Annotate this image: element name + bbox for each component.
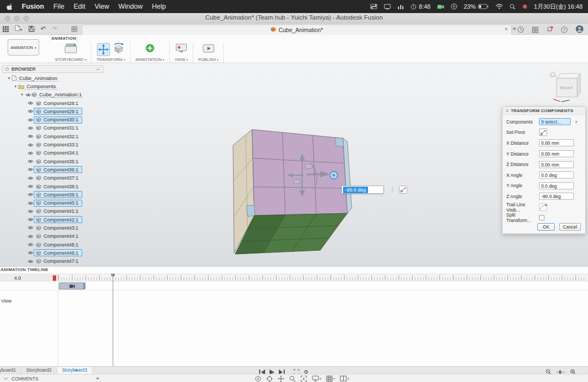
component-node[interactable]: Component47:1 (34, 258, 82, 265)
visibility-eye-icon[interactable] (27, 109, 34, 114)
menu-app-fusion[interactable]: Fusion (22, 3, 44, 10)
visibility-eye-icon[interactable] (27, 184, 34, 189)
new-tab-icon[interactable]: + (512, 24, 517, 33)
component-node[interactable]: Component45:1 (34, 241, 82, 248)
caret-icon[interactable]: ▾ (7, 76, 11, 81)
component-row[interactable]: Component36:1 (2, 165, 111, 174)
component-node[interactable]: Component39:1 (34, 191, 82, 198)
component-row[interactable]: Component29:1 (2, 107, 111, 115)
ribbon-group-label-storyboard[interactable]: STORYBOARD▾ (55, 57, 86, 62)
visibility-eye-icon[interactable] (27, 143, 34, 147)
storyboard-icon[interactable] (64, 43, 77, 56)
trail-line-visibility-icon[interactable] (539, 204, 547, 211)
visibility-eye-icon[interactable] (27, 225, 34, 230)
component-row[interactable]: Component32:1 (2, 132, 111, 140)
component-node[interactable]: Component30:1 (34, 116, 82, 124)
ribbon-group-label-transform[interactable]: TRANSFORM▾ (96, 57, 125, 62)
wifi-icon[interactable] (495, 4, 503, 9)
more-options-icon[interactable]: ⋮ (390, 187, 395, 193)
close-tab-icon[interactable]: × (505, 26, 508, 32)
component-row[interactable]: Component37:1 (2, 174, 111, 182)
control-center-icon[interactable] (370, 4, 377, 9)
visibility-eye-icon[interactable] (27, 192, 34, 197)
angle-input[interactable]: -90.0 deg (341, 186, 384, 194)
dialog-input[interactable]: 0.00 mm (539, 139, 574, 146)
component-row[interactable]: Component40:1 (2, 199, 111, 207)
folder-node-label[interactable]: Components (25, 83, 58, 90)
apple-menu-icon[interactable] (7, 3, 13, 10)
pan-icon[interactable] (278, 375, 284, 382)
notifications-icon[interactable] (546, 26, 553, 35)
file-menu-icon[interactable]: ▾ (15, 23, 22, 35)
camera-action-clip[interactable] (59, 282, 85, 289)
timeline-ruler[interactable]: 4.0 (0, 274, 588, 281)
cancel-button[interactable]: Cancel (559, 223, 581, 231)
playhead[interactable] (113, 274, 113, 367)
component-row[interactable]: Component35:1 (2, 157, 111, 165)
component-row[interactable]: Component46:1 (2, 249, 111, 257)
component-node[interactable]: Component28:1 (34, 100, 82, 107)
dialog-input[interactable]: -90.0 deg (539, 193, 574, 200)
viewcube[interactable]: RIGHT (549, 67, 584, 103)
visibility-eye-icon[interactable] (27, 259, 34, 264)
set-pivot-float-button[interactable] (399, 186, 407, 194)
component-row[interactable]: Component30:1 (2, 115, 111, 124)
job-status-icon[interactable] (517, 26, 524, 35)
add-storyboard-icon[interactable]: + (75, 367, 78, 374)
profile-avatar[interactable] (575, 25, 584, 35)
caret-icon[interactable]: ▾ (13, 84, 18, 89)
root-node-label[interactable]: Cube_Animation (17, 75, 59, 82)
record-status-icon[interactable] (522, 4, 528, 9)
transform-tool-icon[interactable] (113, 42, 125, 57)
timeline-tracks[interactable]: View (0, 281, 588, 366)
visibility-eye-icon[interactable] (27, 159, 34, 164)
component-row[interactable]: Component42:1 (2, 215, 111, 224)
dialog-input[interactable]: 0.00 mm (539, 161, 574, 168)
extensions-icon[interactable] (532, 26, 538, 35)
dialog-input[interactable]: 0.0 deg (539, 171, 574, 178)
save-icon[interactable] (28, 24, 35, 34)
workspace-tab-animation[interactable]: ANIMATION (50, 35, 77, 42)
timer-widget[interactable]: 8:48 (411, 3, 430, 10)
components-selection-chip[interactable]: 9 select... (539, 118, 571, 125)
component-node[interactable]: Component38:1 (34, 183, 82, 190)
annotation-icon[interactable] (145, 43, 155, 56)
viewports-icon[interactable]: ▾ (340, 375, 349, 381)
redo-icon[interactable]: ↷ (52, 23, 58, 35)
visibility-eye-icon[interactable] (27, 176, 34, 181)
component-node[interactable]: Component29:1 (34, 108, 82, 115)
menubar-clock[interactable]: 1月30日(金) 16:48 (534, 3, 583, 11)
visibility-eye-icon[interactable] (27, 209, 34, 214)
move-tool-icon[interactable] (97, 43, 110, 56)
ok-button[interactable]: OK (537, 223, 555, 231)
component-row[interactable]: Component47:1 (2, 257, 111, 266)
component-row[interactable]: Component41:1 (2, 207, 111, 215)
search-status-icon[interactable] (510, 4, 516, 10)
add-comment-icon[interactable]: + (96, 374, 99, 382)
undo-icon[interactable]: ↶ (41, 23, 46, 35)
comments-label[interactable]: COMMENTS (11, 376, 39, 381)
stats-status-icon[interactable] (397, 4, 404, 9)
visibility-eye-icon[interactable] (27, 134, 34, 139)
caret-icon[interactable]: ▾ (20, 93, 24, 97)
visibility-eye-icon[interactable] (27, 201, 34, 206)
fit-icon[interactable] (301, 375, 307, 382)
component-row[interactable]: Component34:1 (2, 149, 111, 157)
visibility-eye-icon[interactable] (27, 118, 34, 122)
battery-widget[interactable]: 23% (464, 3, 489, 10)
component-node[interactable]: Component43:1 (34, 224, 82, 231)
dialog-input[interactable]: 0.00 mm (539, 150, 574, 157)
zoom-tool-icon[interactable] (289, 375, 296, 382)
menu-edit[interactable]: Edit (74, 3, 85, 10)
tree-row-components-folder[interactable]: ▾ Components (2, 82, 111, 90)
comments-chevron-icon[interactable] (3, 376, 8, 381)
component-node[interactable]: Component31:1 (34, 125, 82, 132)
ribbon-group-label-annotation[interactable]: ANNOTATION▾ (136, 57, 164, 62)
visibility-eye-icon[interactable] (27, 250, 34, 255)
document-tab[interactable]: Cube_Animation* × (82, 24, 512, 35)
component-node[interactable]: Component40:1 (34, 200, 82, 207)
set-pivot-button[interactable] (539, 128, 547, 136)
display-status-icon[interactable] (384, 4, 391, 10)
visibility-eye-icon[interactable] (27, 167, 34, 172)
component-row[interactable]: Component38:1 (2, 182, 111, 190)
